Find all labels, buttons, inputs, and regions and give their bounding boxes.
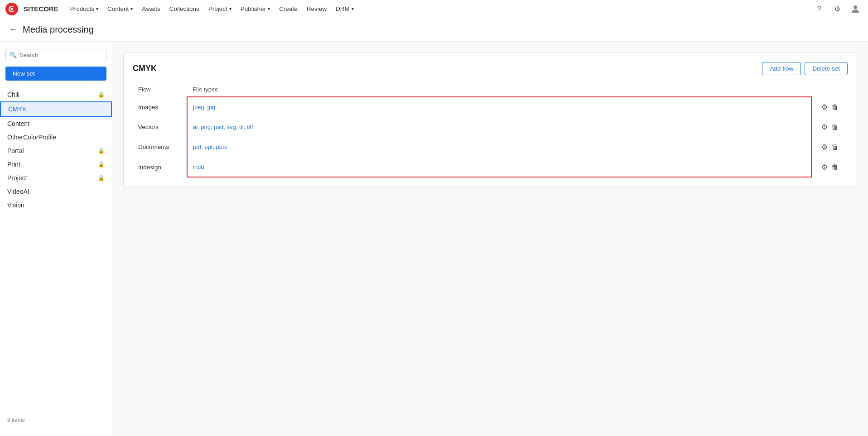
delete-button[interactable]: 🗑: [829, 141, 840, 153]
svg-point-2: [854, 5, 857, 9]
navbar-right: ? ⚙: [812, 2, 863, 16]
flow-label: Images: [133, 97, 187, 117]
page-header: ← Media processing: [0, 18, 868, 42]
col-file-types: File types: [187, 82, 811, 97]
sidebar-item-label: Vision: [7, 201, 24, 209]
sidebar-item-othercolorprofile[interactable]: OtherColorProfile: [0, 130, 112, 144]
lock-icon: 🔒: [98, 148, 105, 154]
sitecore-wordmark: SITECORE: [24, 5, 58, 13]
search-icon: 🔍: [10, 52, 17, 58]
actions-cell: ⚙🗑: [811, 97, 848, 117]
nav-item-assets[interactable]: Assets: [137, 0, 165, 18]
sidebar-item-label: VideoAI: [7, 188, 29, 195]
file-types-value: indd: [188, 157, 811, 177]
col-flow: Flow: [133, 82, 187, 97]
sitecore-logo[interactable]: [5, 3, 18, 15]
sidebar-item-chili[interactable]: Chili🔒: [0, 88, 112, 101]
flow-cell: Indesign: [133, 157, 187, 177]
col-actions: [811, 82, 848, 97]
delete-button[interactable]: 🗑: [829, 162, 840, 173]
sidebar-item-videoai[interactable]: VideoAI: [0, 185, 112, 198]
lock-icon: 🔒: [98, 161, 105, 168]
sidebar-item-vision[interactable]: Vision: [0, 198, 112, 212]
flow-cell: Vectors: [133, 117, 187, 137]
table-row: Imagesjpeg, jpg⚙🗑: [133, 97, 848, 117]
user-avatar[interactable]: [848, 2, 863, 16]
search-input[interactable]: [19, 52, 102, 58]
table-header: Flow File types: [133, 82, 848, 97]
content-panel: CMYK Add flow Delete set Flow File types…: [123, 53, 857, 187]
sidebar-item-label: Portal: [7, 147, 24, 154]
flow-table: Flow File types Imagesjpeg, jpg⚙🗑Vectors…: [133, 82, 848, 177]
gear-button[interactable]: ⚙: [820, 121, 829, 133]
file-types-cell: pdf, ppt, pptx: [187, 137, 811, 157]
file-types-cell: ai, png, psd, svg, tif, tiff: [187, 117, 811, 137]
nav-item-products[interactable]: Products ▾: [66, 0, 103, 18]
sidebar-footer: 9 items: [0, 412, 112, 429]
sidebar-item-portal[interactable]: Portal🔒: [0, 144, 112, 158]
sidebar-item-label: OtherColorProfile: [7, 134, 56, 141]
actions-cell: ⚙🗑: [811, 137, 848, 157]
nav-item-project[interactable]: Project ▾: [204, 0, 236, 18]
actions-cell: ⚙🗑: [811, 117, 848, 137]
sidebar-item-label: Print: [7, 161, 20, 168]
sidebar-item-label: Chili: [7, 91, 19, 98]
sidebar-item-project[interactable]: Project🔒: [0, 171, 112, 185]
lock-icon: 🔒: [98, 175, 105, 181]
sidebar: 🔍 New set Chili🔒CMYKContentOtherColorPro…: [0, 42, 112, 436]
help-icon[interactable]: ?: [812, 2, 826, 16]
sidebar-item-content[interactable]: Content: [0, 117, 112, 130]
content-header: CMYK Add flow Delete set: [133, 62, 848, 75]
sidebar-items-list: Chili🔒CMYKContentOtherColorProfilePortal…: [0, 88, 112, 212]
gear-button[interactable]: ⚙: [820, 141, 829, 153]
add-flow-button[interactable]: Add flow: [762, 62, 801, 75]
main-layout: 🔍 New set Chili🔒CMYKContentOtherColorPro…: [0, 42, 868, 436]
actions-cell: ⚙🗑: [811, 157, 848, 177]
nav-item-content[interactable]: Content ▾: [103, 0, 137, 18]
file-types-value: jpeg, jpg: [188, 97, 811, 117]
sidebar-item-label: Content: [7, 120, 29, 127]
delete-button[interactable]: 🗑: [829, 121, 840, 133]
delete-button[interactable]: 🗑: [829, 101, 840, 113]
gear-button[interactable]: ⚙: [820, 161, 829, 173]
svg-point-1: [11, 8, 13, 10]
file-types-value: ai, png, psd, svg, tif, tiff: [188, 117, 811, 137]
flow-cell: Images: [133, 97, 187, 117]
sidebar-item-cmyk[interactable]: CMYK: [0, 101, 112, 117]
page-title: Media processing: [23, 24, 94, 35]
table-row: Vectorsai, png, psd, svg, tif, tiff⚙🗑: [133, 117, 848, 137]
header-buttons: Add flow Delete set: [762, 62, 848, 75]
file-types-cell: indd: [187, 157, 811, 177]
nav-item-create[interactable]: Create: [275, 0, 302, 18]
flow-cell: Documents: [133, 137, 187, 157]
sidebar-item-label: CMYK: [8, 105, 26, 113]
new-set-button[interactable]: New set: [5, 67, 106, 81]
delete-set-button[interactable]: Delete set: [805, 62, 848, 75]
content-title: CMYK: [133, 64, 157, 73]
search-box[interactable]: 🔍: [5, 49, 106, 61]
file-types-value: pdf, ppt, pptx: [188, 137, 811, 157]
nav-item-publisher[interactable]: Publisher ▾: [236, 0, 275, 18]
gear-button[interactable]: ⚙: [820, 101, 829, 113]
content-area: CMYK Add flow Delete set Flow File types…: [112, 42, 868, 436]
nav-item-review[interactable]: Review: [302, 0, 331, 18]
flow-rows: Imagesjpeg, jpg⚙🗑Vectorsai, png, psd, sv…: [133, 97, 848, 177]
nav-item-drm[interactable]: DRM ▾: [331, 0, 358, 18]
sidebar-item-label: Project: [7, 174, 27, 182]
nav-item-collections[interactable]: Collections: [165, 0, 204, 18]
flow-label: Vectors: [133, 117, 187, 137]
table-row: Indesignindd⚙🗑: [133, 157, 848, 177]
sidebar-item-print[interactable]: Print🔒: [0, 158, 112, 171]
navbar: SITECORE Products ▾Content ▾AssetsCollec…: [0, 0, 868, 18]
table-row: Documentspdf, ppt, pptx⚙🗑: [133, 137, 848, 157]
settings-icon[interactable]: ⚙: [830, 2, 844, 16]
lock-icon: 🔒: [98, 91, 105, 98]
back-button[interactable]: ←: [9, 25, 17, 34]
flow-label: Indesign: [133, 158, 187, 177]
flow-label: Documents: [133, 137, 187, 157]
file-types-cell: jpeg, jpg: [187, 97, 811, 117]
nav-items: Products ▾Content ▾AssetsCollectionsProj…: [66, 0, 358, 18]
